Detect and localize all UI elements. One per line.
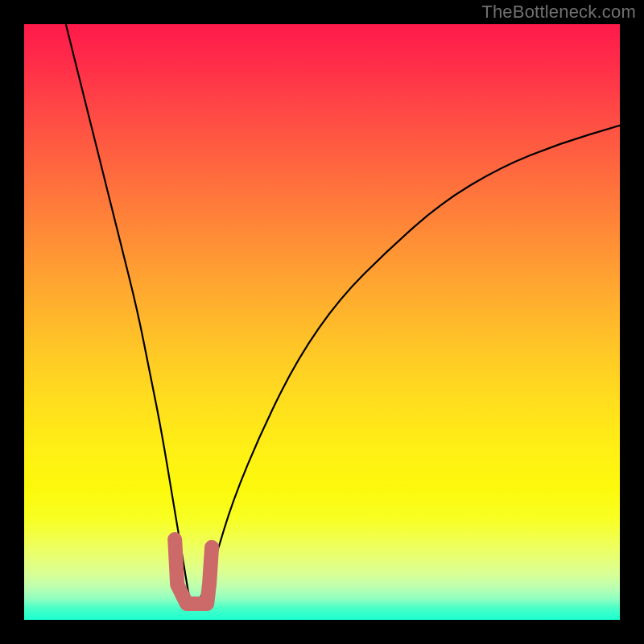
- trough-marker: [175, 539, 212, 604]
- chart-svg: [24, 24, 620, 620]
- chart-gradient-area: [24, 24, 620, 620]
- watermark-text: TheBottleneck.com: [481, 2, 636, 23]
- bottleneck-curve: [66, 24, 620, 604]
